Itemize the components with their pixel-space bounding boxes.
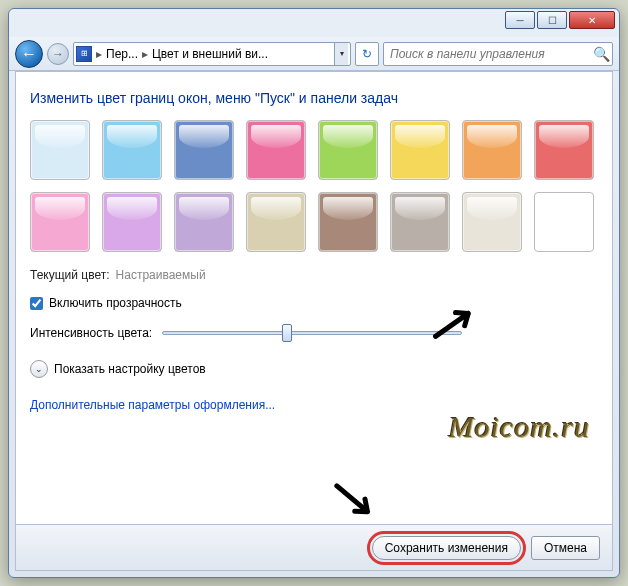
color-swatch-0[interactable] <box>30 120 90 180</box>
transparency-row: Включить прозрачность <box>30 296 598 310</box>
color-swatch-12[interactable] <box>318 192 378 252</box>
search-icon[interactable]: 🔍 <box>590 46 612 62</box>
address-dropdown[interactable]: ▾ <box>334 43 348 65</box>
show-mixer-label: Показать настройку цветов <box>54 362 206 376</box>
color-swatch-7[interactable] <box>534 120 594 180</box>
current-color-value: Настраиваемый <box>116 268 206 282</box>
maximize-button[interactable]: ☐ <box>537 11 567 29</box>
watermark-text: Moicom.ru <box>449 410 590 444</box>
color-swatch-6[interactable] <box>462 120 522 180</box>
minimize-button[interactable]: ─ <box>505 11 535 29</box>
intensity-label: Интенсивность цвета: <box>30 326 152 340</box>
current-color-row: Текущий цвет: Настраиваемый <box>30 268 598 282</box>
advanced-appearance-link[interactable]: Дополнительные параметры оформления... <box>30 398 275 412</box>
breadcrumb-2[interactable]: Цвет и внешний ви... <box>152 47 268 61</box>
close-button[interactable]: ✕ <box>569 11 615 29</box>
save-button[interactable]: Сохранить изменения <box>372 536 521 560</box>
search-box[interactable]: 🔍 <box>383 42 613 66</box>
intensity-slider[interactable] <box>162 324 462 342</box>
breadcrumb-1[interactable]: Пер... <box>106 47 138 61</box>
control-panel-icon: ⊞ <box>76 46 92 62</box>
content-area: Изменить цвет границ окон, меню "Пуск" и… <box>15 71 613 525</box>
window-frame: ─ ☐ ✕ ← → ⊞ ▸ Пер... ▸ Цвет и внешний ви… <box>8 8 620 578</box>
refresh-button[interactable]: ↻ <box>355 42 379 66</box>
search-input[interactable] <box>384 47 590 61</box>
forward-button[interactable]: → <box>47 43 69 65</box>
footer-bar: Сохранить изменения Отмена <box>15 525 613 571</box>
color-swatch-10[interactable] <box>174 192 234 252</box>
annotation-arrow-2 <box>314 460 399 525</box>
intensity-row: Интенсивность цвета: <box>30 324 598 342</box>
refresh-icon: ↻ <box>362 47 372 61</box>
color-swatch-5[interactable] <box>390 120 450 180</box>
color-swatch-13[interactable] <box>390 192 450 252</box>
arrow-left-icon: ← <box>21 45 37 63</box>
navbar: ← → ⊞ ▸ Пер... ▸ Цвет и внешний ви... ▾ … <box>9 37 619 71</box>
color-swatch-9[interactable] <box>102 192 162 252</box>
breadcrumb-separator: ▸ <box>96 47 102 61</box>
page-title: Изменить цвет границ окон, меню "Пуск" и… <box>30 90 598 106</box>
breadcrumb-separator: ▸ <box>142 47 148 61</box>
transparency-checkbox[interactable] <box>30 297 43 310</box>
color-swatch-15[interactable] <box>534 192 594 252</box>
slider-track <box>162 331 462 335</box>
color-swatch-14[interactable] <box>462 192 522 252</box>
color-swatch-grid <box>30 120 598 252</box>
color-swatch-8[interactable] <box>30 192 90 252</box>
arrow-right-icon: → <box>52 47 64 61</box>
cancel-button[interactable]: Отмена <box>531 536 600 560</box>
show-mixer-row[interactable]: ⌄ Показать настройку цветов <box>30 360 598 378</box>
titlebar: ─ ☐ ✕ <box>9 9 619 37</box>
current-color-label: Текущий цвет: <box>30 268 110 282</box>
color-swatch-4[interactable] <box>318 120 378 180</box>
slider-thumb[interactable] <box>282 324 292 342</box>
transparency-label: Включить прозрачность <box>49 296 182 310</box>
address-bar[interactable]: ⊞ ▸ Пер... ▸ Цвет и внешний ви... ▾ <box>73 42 351 66</box>
chevron-down-icon[interactable]: ⌄ <box>30 360 48 378</box>
color-swatch-3[interactable] <box>246 120 306 180</box>
color-swatch-2[interactable] <box>174 120 234 180</box>
color-swatch-11[interactable] <box>246 192 306 252</box>
annotation-arrow-1 <box>414 280 498 364</box>
color-swatch-1[interactable] <box>102 120 162 180</box>
back-button[interactable]: ← <box>15 40 43 68</box>
